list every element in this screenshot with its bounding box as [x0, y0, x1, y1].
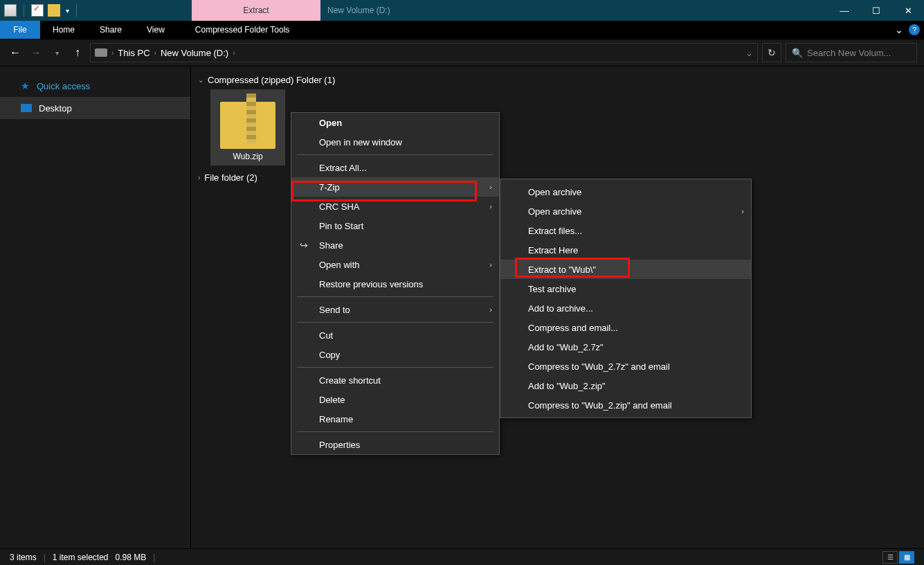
address-dropdown-icon[interactable]: ⌄	[745, 48, 753, 58]
refresh-button[interactable]: ↻	[762, 43, 781, 62]
ctx-label: Open archive	[528, 206, 581, 217]
search-placeholder: Search New Volum...	[807, 48, 891, 58]
ctx-open[interactable]: Open	[291, 113, 499, 132]
sub-compress-email[interactable]: Compress and email...	[500, 318, 751, 337]
qat-icon-properties[interactable]	[4, 4, 17, 17]
view-details-button[interactable]: ☰	[882, 551, 898, 564]
ctx-pin-to-start[interactable]: Pin to Start	[291, 216, 499, 235]
sidebar-label: Desktop	[39, 103, 72, 114]
chevron-right-icon: ›	[489, 305, 492, 314]
status-separator: |	[153, 553, 155, 562]
sub-test-archive[interactable]: Test archive	[500, 279, 751, 298]
sub-extract-here[interactable]: Extract Here	[500, 240, 751, 260]
chevron-right-icon: ›	[489, 202, 492, 210]
ctx-label: Send to	[319, 305, 350, 315]
ctx-open-with[interactable]: Open with ›	[291, 255, 499, 274]
ctx-crc-sha[interactable]: CRC SHA ›	[291, 197, 499, 216]
qat-separator-2	[76, 4, 77, 17]
qat-icon-check[interactable]	[31, 4, 44, 17]
navigation-bar: ← → ▾ ↑ › This PC › New Volume (D:) › ⌄ …	[0, 39, 924, 66]
sidebar: ★ Quick access Desktop	[0, 66, 191, 548]
file-name-label: Wub.zip	[233, 152, 262, 161]
ctx-separator	[297, 154, 493, 155]
status-item-count: 3 items	[10, 553, 37, 562]
tab-share[interactable]: Share	[87, 21, 134, 39]
group-header-zip[interactable]: ⌄ Compressed (zipped) Folder (1)	[198, 75, 917, 85]
help-icon[interactable]: ?	[909, 24, 920, 35]
sub-add-to-archive[interactable]: Add to archive...	[500, 298, 751, 318]
qat: ▾	[0, 0, 84, 21]
sidebar-quick-access[interactable]: ★ Quick access	[0, 75, 190, 97]
ctx-open-new-window[interactable]: Open in new window	[291, 132, 499, 152]
ribbon-collapse-icon[interactable]: ⌄	[895, 24, 903, 35]
sub-open-archive-more[interactable]: Open archive ›	[500, 201, 751, 221]
ctx-label: CRC SHA	[319, 201, 360, 212]
chevron-right-icon: ›	[489, 260, 492, 269]
ctx-7zip[interactable]: 7-Zip ›	[291, 177, 499, 197]
ctx-separator	[297, 322, 493, 323]
back-button[interactable]: ←	[7, 44, 24, 61]
ctx-restore-previous[interactable]: Restore previous versions	[291, 274, 499, 294]
chevron-right-icon: ›	[489, 183, 492, 191]
window-title: New Volume (D:)	[320, 0, 828, 21]
sidebar-label: Quick access	[37, 81, 90, 91]
ctx-extract-all[interactable]: Extract All...	[291, 158, 499, 177]
ctx-create-shortcut[interactable]: Create shortcut	[291, 370, 499, 390]
sub-extract-to[interactable]: Extract to "Wub\"	[500, 260, 751, 279]
search-box[interactable]: 🔍 Search New Volum...	[786, 43, 917, 62]
chevron-right-icon: ›	[741, 207, 744, 215]
breadcrumb-current[interactable]: New Volume (D:)	[161, 48, 228, 58]
tab-compressed-tools[interactable]: Compressed Folder Tools	[183, 21, 302, 39]
context-menu: Open Open in new window Extract All... 7…	[291, 112, 500, 455]
qat-separator	[24, 4, 24, 17]
status-separator: |	[44, 553, 46, 562]
ctx-copy[interactable]: Copy	[291, 345, 499, 364]
tab-view[interactable]: View	[134, 21, 177, 39]
ctx-cut[interactable]: Cut	[291, 325, 499, 345]
title-bar: ▾ Extract New Volume (D:) — ☐ ✕	[0, 0, 924, 21]
status-bar: 3 items | 1 item selected 0.98 MB | ☰ ▦	[0, 548, 924, 565]
breadcrumb-root[interactable]: This PC	[118, 48, 150, 58]
sub-compress-7z-email[interactable]: Compress to "Wub_2.7z" and email	[500, 357, 751, 376]
view-large-icons-button[interactable]: ▦	[899, 551, 914, 564]
status-selected: 1 item selected	[53, 553, 109, 562]
submenu-7zip: Open archive Open archive › Extract file…	[500, 179, 752, 418]
sub-compress-zip-email[interactable]: Compress to "Wub_2.zip" and email	[500, 395, 751, 415]
ctx-label: Open with	[319, 260, 360, 270]
sub-extract-files[interactable]: Extract files...	[500, 221, 751, 240]
recent-locations-button[interactable]: ▾	[48, 44, 65, 61]
minimize-button[interactable]: —	[828, 0, 860, 21]
file-menu[interactable]: File	[0, 21, 40, 39]
sub-open-archive[interactable]: Open archive	[500, 182, 751, 201]
address-bar[interactable]: › This PC › New Volume (D:) › ⌄	[90, 43, 758, 62]
up-button[interactable]: ↑	[69, 44, 86, 61]
qat-dropdown-icon[interactable]: ▾	[66, 7, 69, 15]
qat-icon-folder[interactable]	[48, 4, 60, 17]
chevron-right-icon: ›	[198, 174, 200, 181]
ctx-separator	[297, 367, 493, 368]
ctx-separator	[297, 296, 493, 297]
drive-icon	[95, 48, 107, 57]
star-icon: ★	[21, 80, 30, 91]
forward-button[interactable]: →	[28, 44, 44, 61]
file-tile-wub-zip[interactable]: Wub.zip	[210, 89, 285, 165]
ctx-rename[interactable]: Rename	[291, 409, 499, 429]
group-label: File folder (2)	[204, 172, 257, 183]
ctx-send-to[interactable]: Send to ›	[291, 300, 499, 319]
group-label: Compressed (zipped) Folder (1)	[208, 75, 335, 85]
close-button[interactable]: ✕	[892, 0, 924, 21]
sidebar-desktop[interactable]: Desktop	[0, 97, 190, 119]
ctx-label: 7-Zip	[319, 182, 340, 192]
share-icon: ↪	[300, 240, 308, 251]
sub-add-to-7z[interactable]: Add to "Wub_2.7z"	[500, 337, 751, 357]
ribbon: File Home Share View Compressed Folder T…	[0, 21, 924, 39]
maximize-button[interactable]: ☐	[860, 0, 892, 21]
tab-home[interactable]: Home	[40, 21, 87, 39]
sub-add-to-zip[interactable]: Add to "Wub_2.zip"	[500, 376, 751, 395]
search-icon: 🔍	[792, 48, 803, 58]
ctx-separator	[297, 431, 493, 432]
ctx-properties[interactable]: Properties	[291, 435, 499, 454]
ctx-delete[interactable]: Delete	[291, 390, 499, 409]
crumb-sep-icon: ›	[154, 49, 156, 57]
ctx-share[interactable]: ↪ Share	[291, 235, 499, 255]
